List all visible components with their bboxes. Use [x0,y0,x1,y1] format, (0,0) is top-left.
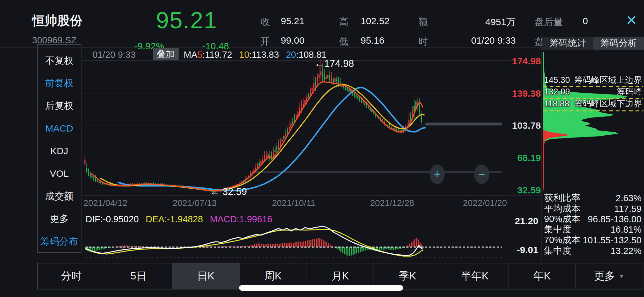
toolbar-divider [82,60,541,61]
tab-更多[interactable]: 更多▼ [576,263,643,289]
sidebar-item-VOL[interactable]: VOL [38,168,81,179]
stat-value: 95.21 [281,16,304,26]
date-label: 2021/10/11 [272,198,315,208]
chip-peak-value: 145.30 [544,75,570,85]
indicator-sidebar: 不复权前复权后复权MACDKDJVOL成交额更多筹码分布 [37,44,81,253]
close-button[interactable]: ✕ [622,11,641,30]
stat-value: 99.00 [281,35,304,46]
stat-label: 时 [419,35,428,48]
chip-stat-label: 集中度 [544,245,571,257]
sidebar-item-前复权[interactable]: 前复权 [38,77,81,90]
low-annotation: ← 32.59 [210,186,247,197]
macd-axis-min: -9.01 [504,245,538,255]
tab-5日[interactable]: 5日 [105,263,172,289]
tab-年K[interactable]: 年K [508,263,576,289]
chevron-down-icon: ▼ [619,273,625,280]
price-axis-label: 103.78 [504,120,541,131]
sidebar-item-后复权[interactable]: 后复权 [38,100,81,112]
tab-筹码分析[interactable]: 筹码分析 [593,37,644,50]
macd-info: DIF:-0.95020 DEA:-1.94828 MACD:1.99616 [86,214,272,224]
chip-stat-value: 96.85-136.00 [588,214,641,224]
macd-value: MACD:1.99616 [210,214,272,224]
dea-value: DEA:-1.94828 [146,214,203,224]
chip-peak-label: 筹码峰区域上边界 [574,74,642,86]
sidebar-item-不复权[interactable]: 不复权 [38,54,81,67]
stat-label: 额 [419,16,428,29]
dif-value: DIF:-0.95020 [86,214,139,224]
price-axis-label: 174.98 [504,56,541,67]
home-indicator[interactable] [239,285,403,291]
stat-label: 低 [339,35,348,48]
macd-axis-max: 21.20 [504,216,538,226]
stat-label: 高 [339,16,348,29]
ma-legend-item: MA5:119.72 [184,50,232,60]
sidebar-item-KDJ[interactable]: KDJ [38,146,81,156]
stat-value: 4951万 [428,16,516,29]
date-label: 2022/01/20 [463,198,507,208]
stat-label: 收 [260,16,270,29]
date-label: 2021/04/12 [83,198,127,208]
chip-peak-value: 132.09 [544,87,570,97]
plus-icon: + [434,168,440,181]
chip-stat-value: 13.22% [611,246,641,256]
stat-value: 95.16 [361,35,384,46]
close-icon: ✕ [626,12,637,28]
overlay-button[interactable]: 叠加 [153,48,179,60]
right-panel-divider [541,36,542,261]
stat-label: 开 [260,35,270,48]
price-axis-label: 139.38 [504,88,541,99]
zoom-in-button[interactable]: + [430,165,445,184]
tab-筹码统计[interactable]: 筹码统计 [542,37,593,50]
last-price: 95.21 [156,7,217,34]
stat-label: 盘后量 [535,16,563,29]
chip-stat-value: 2.63% [616,193,641,203]
stock-name: 恒帅股份 [32,12,82,29]
stat-value: 102.52 [361,16,390,26]
chip-panel-tabs: 筹码统计筹码分析 [542,37,644,50]
zoom-out-button[interactable]: − [474,165,489,184]
chart-datetime: 01/20 9:33 [92,50,136,60]
date-label: 2021/12/28 [370,198,414,208]
sidebar-item-成交额[interactable]: 成交额 [38,190,81,203]
high-annotation: ←174.98 [314,58,354,69]
tab-日K[interactable]: 日K [172,263,240,289]
ma-legend-item: 10:113.83 [239,50,279,60]
stat-value: 01/20 9:33 [428,35,516,46]
minus-icon: − [478,168,485,181]
tab-分时[interactable]: 分时 [38,263,105,289]
chip-peak-label: 筹码峰 [617,86,642,97]
ma-legend: MA5:119.7210:113.8320:108.81 [184,50,333,60]
chip-peak-value: 118.88 [544,99,569,109]
chip-stat-value: 101.55-132.50 [583,235,641,246]
price-axis-label: 68.19 [504,153,541,163]
sidebar-item-MACD[interactable]: MACD [38,123,81,134]
chip-peak-label: 筹码峰区域下边界 [574,98,642,109]
sidebar-item-更多[interactable]: 更多 [38,213,81,225]
chip-stat-value: 117.59 [614,204,641,214]
tab-半年K[interactable]: 半年K [441,263,508,289]
sidebar-item-筹码分布[interactable]: 筹码分布 [38,235,81,248]
stat-value: 0 [583,16,588,26]
chip-stat-value: 16.81% [611,224,641,235]
date-label: 2021/07/13 [173,198,217,208]
price-axis-label: 32.59 [504,185,541,196]
